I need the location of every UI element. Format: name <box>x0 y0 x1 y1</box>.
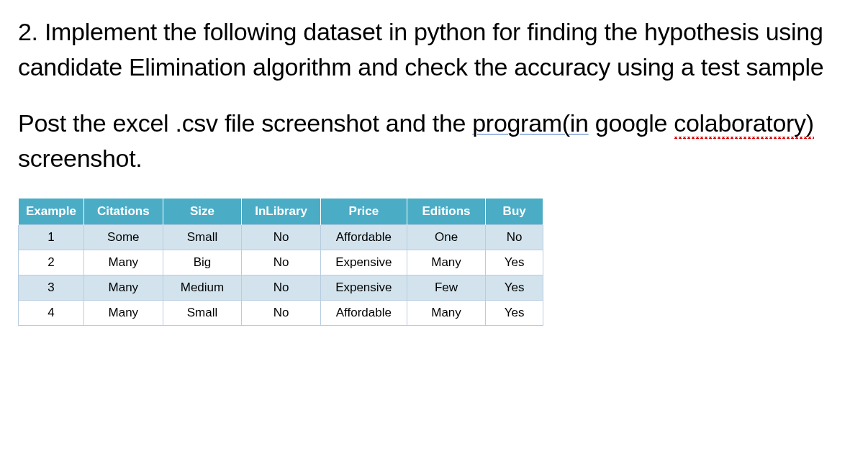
cell: No <box>242 275 321 301</box>
header-inlibrary: InLibrary <box>242 199 321 225</box>
cell: No <box>486 225 543 250</box>
table-row: 4 Many Small No Affordable Many Yes <box>19 301 543 326</box>
header-editions: Editions <box>407 199 486 225</box>
cell: Many <box>407 250 486 275</box>
header-price: Price <box>321 199 407 225</box>
question-instruction: Post the excel .csv file screenshot and … <box>18 106 850 177</box>
cell: Affordable <box>321 301 407 326</box>
cell: No <box>242 225 321 250</box>
instruction-prefix: Post the excel .csv file screenshot and … <box>18 109 472 137</box>
cell: Affordable <box>321 225 407 250</box>
cell: 1 <box>19 225 84 250</box>
dataset-table: Example Citations Size InLibrary Price E… <box>18 198 543 326</box>
cell: Many <box>407 301 486 326</box>
table-header-row: Example Citations Size InLibrary Price E… <box>19 199 543 225</box>
cell: Many <box>83 250 163 275</box>
instruction-underlined: program(in <box>472 109 588 137</box>
cell: 4 <box>19 301 84 326</box>
instruction-squiggle: colaboratory) <box>674 109 814 139</box>
cell: Many <box>83 275 163 301</box>
cell: Expensive <box>321 250 407 275</box>
cell: Small <box>163 301 242 326</box>
cell: Few <box>407 275 486 301</box>
table-row: 1 Some Small No Affordable One No <box>19 225 543 250</box>
header-example: Example <box>19 199 84 225</box>
cell: No <box>242 250 321 275</box>
instruction-suffix: screenshot. <box>18 145 142 172</box>
header-buy: Buy <box>486 199 543 225</box>
question-main-text: 2. Implement the following dataset in py… <box>18 14 850 86</box>
instruction-middle: google <box>589 109 674 137</box>
header-size: Size <box>163 199 242 225</box>
cell: Small <box>163 225 242 250</box>
cell: 2 <box>19 250 84 275</box>
table-row: 3 Many Medium No Expensive Few Yes <box>19 275 543 301</box>
cell: Yes <box>486 275 543 301</box>
cell: No <box>242 301 321 326</box>
cell: Yes <box>486 250 543 275</box>
table-row: 2 Many Big No Expensive Many Yes <box>19 250 543 275</box>
cell: Big <box>163 250 242 275</box>
cell: Yes <box>486 301 543 326</box>
cell: Many <box>83 301 163 326</box>
cell: 3 <box>19 275 84 301</box>
cell: One <box>407 225 486 250</box>
cell: Medium <box>163 275 242 301</box>
cell: Expensive <box>321 275 407 301</box>
cell: Some <box>83 225 163 250</box>
header-citations: Citations <box>83 199 163 225</box>
